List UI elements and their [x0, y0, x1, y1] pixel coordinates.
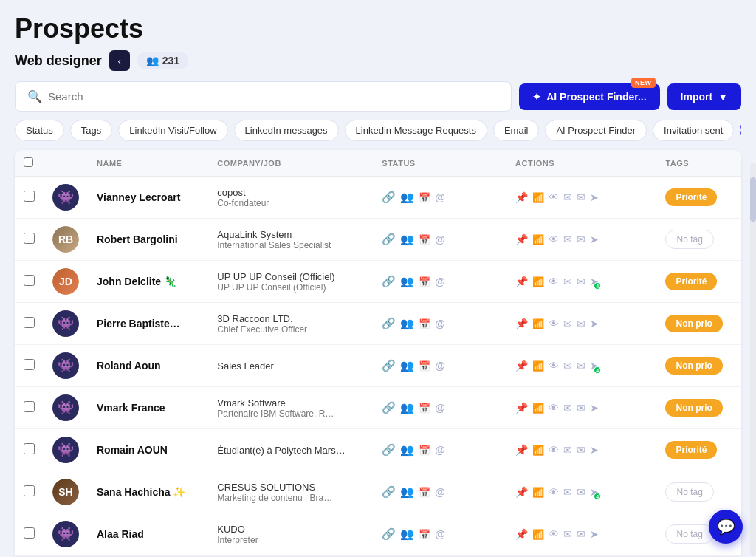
- calendar-status-icon[interactable]: 📅: [419, 403, 430, 414]
- people-status-icon[interactable]: 👥: [400, 191, 414, 204]
- ai-prospect-finder-button[interactable]: NEW ✦ AI Prospect Finder...: [519, 83, 659, 110]
- link-status-icon[interactable]: 🔗: [382, 191, 396, 204]
- eye-action-icon[interactable]: 👁: [549, 486, 559, 498]
- row-checkbox[interactable]: [24, 191, 35, 202]
- link-status-icon[interactable]: 🔗: [382, 275, 396, 288]
- tag-badge[interactable]: Non prio: [665, 315, 722, 332]
- eye-action-icon[interactable]: 👁: [549, 444, 559, 456]
- link-status-icon[interactable]: 🔗: [382, 485, 396, 499]
- at-status-icon[interactable]: @: [435, 233, 445, 245]
- wifi-action-icon[interactable]: 📶: [532, 529, 544, 540]
- send-action-icon[interactable]: ➤: [590, 528, 599, 540]
- filter-email[interactable]: Email: [493, 120, 540, 141]
- calendar-status-icon[interactable]: 📅: [419, 529, 430, 540]
- collapse-button[interactable]: ‹: [109, 50, 130, 71]
- send-action-icon[interactable]: ➤: [590, 233, 599, 245]
- pin-action-icon[interactable]: 📌: [515, 233, 528, 245]
- link-status-icon[interactable]: 🔗: [382, 233, 396, 246]
- at-status-icon[interactable]: @: [435, 444, 445, 456]
- wifi-action-icon[interactable]: 📶: [532, 192, 544, 203]
- import-button[interactable]: Import ▼: [667, 83, 741, 110]
- filter-status[interactable]: Status: [15, 120, 64, 141]
- msg-action-icon[interactable]: ✉: [577, 318, 585, 329]
- select-all-checkbox[interactable]: [24, 157, 33, 167]
- mail-action-icon[interactable]: ✉: [563, 276, 572, 287]
- pin-action-icon[interactable]: 📌: [515, 360, 528, 372]
- mail-action-icon[interactable]: ✉: [563, 444, 572, 456]
- calendar-status-icon[interactable]: 📅: [419, 276, 430, 287]
- send-action-icon[interactable]: ➤: [590, 191, 599, 203]
- pin-action-icon[interactable]: 📌: [515, 486, 528, 498]
- filter-linkedin-messages[interactable]: LinkedIn messages: [234, 120, 339, 141]
- mail-action-icon[interactable]: ✉: [563, 360, 572, 372]
- link-status-icon[interactable]: 🔗: [382, 359, 396, 372]
- filter-tags[interactable]: Tags: [70, 120, 112, 141]
- pin-action-icon[interactable]: 📌: [515, 191, 528, 203]
- send-action-icon[interactable]: ➤: [590, 318, 599, 329]
- mail-action-icon[interactable]: ✉: [563, 486, 572, 498]
- mail-action-icon[interactable]: ✉: [563, 402, 572, 414]
- wifi-action-icon[interactable]: 📶: [532, 403, 544, 414]
- mail-action-icon[interactable]: ✉: [563, 191, 572, 203]
- msg-action-icon[interactable]: ✉: [577, 191, 585, 203]
- row-checkbox[interactable]: [24, 275, 35, 286]
- at-status-icon[interactable]: @: [435, 276, 445, 287]
- at-status-icon[interactable]: @: [435, 191, 445, 203]
- people-status-icon[interactable]: 👥: [400, 443, 414, 457]
- at-status-icon[interactable]: @: [435, 402, 445, 414]
- pin-action-icon[interactable]: 📌: [515, 402, 528, 414]
- scrollbar-thumb[interactable]: [750, 177, 756, 222]
- people-status-icon[interactable]: 👥: [400, 401, 414, 414]
- mail-action-icon[interactable]: ✉: [563, 528, 572, 540]
- link-status-icon[interactable]: 🔗: [382, 317, 396, 330]
- tag-badge[interactable]: No tag: [665, 524, 713, 544]
- calendar-status-icon[interactable]: 📅: [419, 487, 430, 498]
- search-input[interactable]: [48, 90, 499, 103]
- eye-action-icon[interactable]: 👁: [549, 318, 559, 329]
- filter-invitation[interactable]: Invitation sent: [653, 120, 734, 141]
- at-status-icon[interactable]: @: [435, 318, 445, 329]
- tag-badge[interactable]: Non prio: [665, 399, 722, 417]
- send-action-icon[interactable]: ➤4: [590, 360, 599, 372]
- people-status-icon[interactable]: 👥: [400, 359, 414, 372]
- row-checkbox[interactable]: [24, 485, 35, 496]
- msg-action-icon[interactable]: ✉: [577, 402, 585, 414]
- filter-linkedin-requests[interactable]: Linkedin Message Requests: [345, 120, 487, 141]
- tag-badge[interactable]: No tag: [665, 230, 713, 249]
- tag-badge[interactable]: No tag: [665, 482, 713, 502]
- calendar-status-icon[interactable]: 📅: [419, 234, 430, 245]
- calendar-status-icon[interactable]: 📅: [419, 445, 430, 456]
- at-status-icon[interactable]: @: [435, 528, 445, 540]
- wifi-action-icon[interactable]: 📶: [532, 234, 544, 245]
- msg-action-icon[interactable]: ✉: [577, 360, 585, 372]
- send-action-icon[interactable]: ➤: [590, 402, 599, 414]
- mail-action-icon[interactable]: ✉: [563, 318, 572, 329]
- calendar-status-icon[interactable]: 📅: [419, 192, 430, 203]
- people-status-icon[interactable]: 👥: [400, 233, 414, 246]
- pin-action-icon[interactable]: 📌: [515, 444, 528, 456]
- wifi-action-icon[interactable]: 📶: [532, 360, 544, 372]
- msg-action-icon[interactable]: ✉: [577, 528, 585, 540]
- chat-button[interactable]: 💬: [709, 510, 743, 544]
- filter-ai-prospect[interactable]: AI Prospect Finder: [545, 120, 647, 141]
- link-status-icon[interactable]: 🔗: [382, 443, 396, 457]
- scrollbar-track[interactable]: [750, 163, 756, 556]
- send-action-icon[interactable]: ➤: [590, 444, 599, 456]
- link-status-icon[interactable]: 🔗: [382, 401, 396, 414]
- eye-action-icon[interactable]: 👁: [549, 528, 559, 540]
- tag-badge[interactable]: Non prio: [665, 357, 722, 375]
- pin-action-icon[interactable]: 📌: [515, 276, 528, 287]
- msg-action-icon[interactable]: ✉: [577, 486, 585, 498]
- row-checkbox[interactable]: [24, 401, 35, 412]
- people-status-icon[interactable]: 👥: [400, 527, 414, 541]
- pin-action-icon[interactable]: 📌: [515, 318, 528, 329]
- mail-action-icon[interactable]: ✉: [563, 233, 572, 245]
- row-checkbox[interactable]: [24, 317, 35, 328]
- at-status-icon[interactable]: @: [435, 360, 445, 372]
- tag-badge[interactable]: Priorité: [665, 273, 717, 290]
- eye-action-icon[interactable]: 👁: [549, 233, 559, 245]
- calendar-status-icon[interactable]: 📅: [419, 360, 430, 372]
- wifi-action-icon[interactable]: 📶: [532, 318, 544, 329]
- send-action-icon[interactable]: ➤4: [590, 486, 599, 498]
- pin-action-icon[interactable]: 📌: [515, 528, 528, 540]
